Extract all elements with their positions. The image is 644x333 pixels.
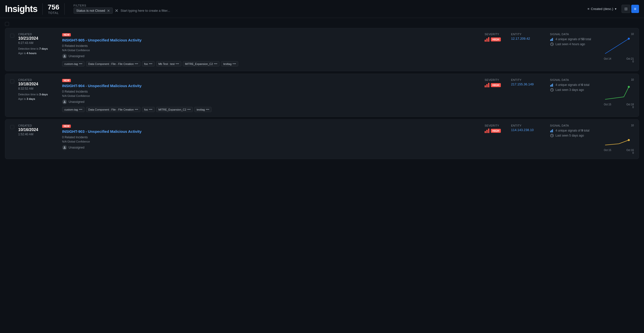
svg-rect-15 bbox=[552, 129, 553, 132]
tag[interactable]: custom-tag ••• bbox=[62, 61, 84, 66]
tag-options-icon[interactable]: ••• bbox=[176, 62, 179, 66]
entity-ip[interactable]: 12.17.209.42 bbox=[511, 37, 546, 41]
clock-icon bbox=[550, 42, 554, 46]
svg-rect-8 bbox=[551, 84, 552, 87]
tag[interactable]: custom-tag ••• bbox=[62, 107, 84, 112]
select-all-checkbox[interactable] bbox=[5, 22, 9, 26]
severity-label: Severity bbox=[484, 124, 499, 127]
tag[interactable]: MITRE_Expansion_C2 ••• bbox=[156, 107, 193, 112]
filter-close-icon[interactable]: ✕ bbox=[107, 9, 110, 13]
tags-row: custom-tag ••• Data Component : File - F… bbox=[62, 107, 481, 112]
signal-total: 9 bbox=[581, 129, 583, 132]
severity-block: Severity HIGH bbox=[484, 33, 507, 42]
tag-label: custom-tag bbox=[64, 62, 78, 65]
tag-label: Data Component : File - File Creation bbox=[88, 108, 134, 111]
chart-x-labels: Oct 14 Oct 21 bbox=[604, 57, 634, 60]
tag-options-icon[interactable]: ••• bbox=[214, 62, 218, 66]
tag[interactable]: Mb Test : test ••• bbox=[156, 61, 181, 66]
tag-options-icon[interactable]: ••• bbox=[79, 108, 82, 111]
chart-x-labels: Oct 15 Oct 16 bbox=[604, 149, 634, 152]
card-checkbox[interactable] bbox=[10, 79, 14, 83]
severity-value: HIGH bbox=[491, 83, 501, 87]
card-checkbox[interactable] bbox=[10, 34, 14, 38]
sort-control[interactable]: ≡ Created (desc.) ▾ bbox=[588, 7, 616, 11]
filter-text: Status is not Closed bbox=[76, 9, 105, 13]
svg-point-17 bbox=[628, 139, 630, 141]
filter-placeholder[interactable]: Start typing here to create a filter... bbox=[120, 9, 170, 13]
card-left: Created 10/16/2024 1:52:40 AM bbox=[18, 124, 58, 138]
entity-ip[interactable]: 114.143.238.10 bbox=[511, 128, 546, 132]
tag-options-icon[interactable]: ••• bbox=[135, 108, 138, 111]
assignee-icon bbox=[62, 54, 67, 59]
svg-rect-1 bbox=[550, 40, 551, 41]
signal-bars-icon bbox=[550, 129, 554, 133]
severity-value: HIGH bbox=[491, 38, 501, 42]
signal-block: Signal Data 4 unique signals of 9 total … bbox=[550, 124, 600, 138]
card-left: Created 10/18/2024 8:32:52 AM Detection … bbox=[18, 78, 58, 101]
tag[interactable]: foo ••• bbox=[142, 61, 155, 66]
insight-title[interactable]: INSIGHT-904 - Unspecified Malicious Acti… bbox=[62, 83, 481, 88]
entity-block: Entity 217.155.36.149 bbox=[511, 78, 546, 86]
last-seen-row: Last seen 4 hours ago bbox=[550, 42, 600, 46]
view-grid-button[interactable]: ⊞ bbox=[622, 5, 630, 13]
created-time: 6:27:43 AM bbox=[18, 41, 58, 45]
entity-label: Entity bbox=[511, 78, 546, 81]
total-number: 756 bbox=[48, 3, 59, 11]
chart-x2-label: Oct 16 bbox=[626, 149, 634, 152]
svg-rect-3 bbox=[552, 38, 553, 41]
active-filter-pill[interactable]: Status is not Closed ✕ bbox=[74, 8, 113, 14]
svg-point-5 bbox=[628, 38, 630, 40]
chart-x2-label: Oct 21 bbox=[626, 57, 634, 60]
tag[interactable]: MITRE_Expansion_C2 ••• bbox=[183, 61, 220, 66]
severity-label: Severity bbox=[484, 33, 499, 36]
tag-options-icon[interactable]: ••• bbox=[206, 108, 209, 111]
tag-options-icon[interactable]: ••• bbox=[232, 62, 236, 66]
filter-clear-icon[interactable]: ✕ bbox=[115, 8, 118, 14]
chart-bottom-label: 0 bbox=[604, 152, 634, 154]
filters-label: FILTERS bbox=[74, 4, 579, 7]
entity-block: Entity 114.143.238.10 bbox=[511, 124, 546, 132]
assignee-icon bbox=[62, 145, 67, 150]
tag[interactable]: foo ••• bbox=[142, 107, 155, 112]
total-block: 756 Total bbox=[42, 3, 64, 15]
signal-total: 6 bbox=[581, 83, 583, 87]
insight-title[interactable]: INSIGHT-905 - Unspecified Malicious Acti… bbox=[62, 38, 481, 43]
tag-options-icon[interactable]: ••• bbox=[79, 62, 82, 66]
tag-label: foo bbox=[144, 108, 148, 111]
sort-label: Created (desc.) bbox=[591, 7, 613, 11]
card-checkbox[interactable] bbox=[10, 125, 14, 129]
severity-bars bbox=[484, 83, 489, 87]
age-value: 3 days bbox=[27, 97, 35, 100]
card-left: Created 10/21/2024 6:27:43 AM Detection … bbox=[18, 33, 58, 56]
tag-label: MITRE_Expansion_C2 bbox=[185, 62, 213, 65]
severity-bar-3 bbox=[488, 83, 489, 87]
mini-chart bbox=[604, 128, 634, 148]
severity-bar-3 bbox=[488, 37, 489, 42]
page-title: Insights bbox=[5, 5, 38, 14]
tag-options-icon[interactable]: ••• bbox=[149, 108, 152, 111]
age-value: 4 hours bbox=[27, 52, 37, 55]
tag-options-icon[interactable]: ••• bbox=[135, 62, 138, 66]
new-badge: New bbox=[62, 79, 71, 82]
tag-options-icon[interactable]: ••• bbox=[187, 108, 191, 111]
tag[interactable]: testtag ••• bbox=[221, 61, 238, 66]
tag[interactable]: Data Component : File - File Creation ••… bbox=[86, 61, 140, 66]
filters-section: FILTERS Status is not Closed ✕ ✕ Start t… bbox=[70, 4, 583, 14]
severity-bar-1 bbox=[484, 131, 486, 133]
insight-title[interactable]: INSIGHT-903 - Unspecified Malicious Acti… bbox=[62, 129, 481, 134]
tag[interactable]: Data Component : File - File Creation ••… bbox=[86, 107, 140, 112]
tag[interactable]: testtag ••• bbox=[194, 107, 212, 112]
svg-rect-9 bbox=[552, 84, 553, 87]
assignee-row: Unassigned bbox=[62, 145, 481, 150]
last-seen-text: Last seen 4 hours ago bbox=[556, 43, 585, 46]
severity-bars bbox=[484, 129, 489, 133]
last-seen-row: Last seen 5 days ago bbox=[550, 134, 600, 138]
unique-signals-text: 4 unique signals of 53 total bbox=[556, 38, 591, 41]
entity-ip[interactable]: 217.155.36.149 bbox=[511, 82, 546, 86]
header: Insights 756 Total FILTERS Status is not… bbox=[0, 0, 644, 18]
severity-bar-3 bbox=[488, 129, 489, 133]
last-seen-row: Last seen 3 days ago bbox=[550, 88, 600, 92]
tag-options-icon[interactable]: ••• bbox=[149, 62, 152, 66]
total-label: Total bbox=[48, 11, 59, 15]
view-list-button[interactable]: ≡ bbox=[631, 5, 639, 13]
